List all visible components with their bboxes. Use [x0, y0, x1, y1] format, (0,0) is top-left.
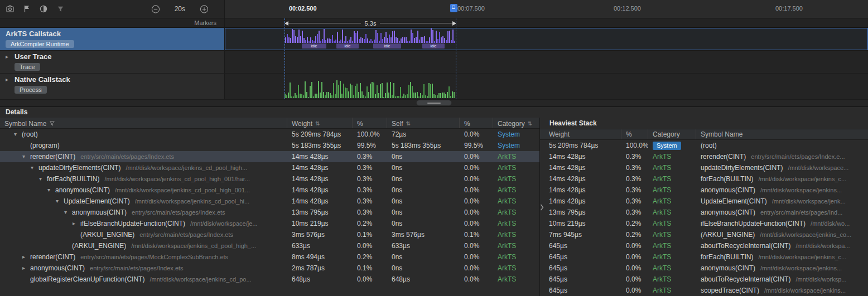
sort-icon[interactable]: ⇅ — [406, 120, 411, 127]
weight-cell: 645µs — [540, 274, 621, 285]
symbol-table-row[interactable]: ▸anonymous(CINT)entry/src/main/ets/pages… — [0, 263, 539, 274]
self-pct-cell: 0.0% — [460, 274, 493, 285]
zoom-in-button[interactable] — [200, 4, 209, 13]
symbol-table-row[interactable]: ▾anonymous(CINT)entry/src/main/ets/pages… — [0, 207, 539, 218]
sort-icon[interactable]: ⇅ — [528, 120, 532, 127]
track-badge: ArkCompiler Runtime — [6, 40, 74, 48]
sort-icon[interactable]: ⇅ — [315, 120, 320, 127]
symbol-table-row[interactable]: ▾updateDirtyElements(CINT)/mnt/disk/work… — [0, 162, 539, 173]
column-header-self-pct[interactable]: % — [460, 118, 493, 128]
column-header-self[interactable]: Self ⇅ — [387, 118, 460, 128]
collapse-arrow-icon[interactable]: ▾ — [64, 207, 72, 218]
weight-cell: 645µs — [540, 240, 621, 251]
collapse-arrow-icon[interactable]: ▾ — [47, 185, 55, 196]
track-header-user-trace[interactable]: ▸User TraceTrace — [0, 51, 225, 73]
symbol-path: /mnt/disk/workspace/jenkins... — [760, 185, 842, 196]
heaviest-stack-row[interactable]: 14ms 428µs0.3%ArkTSrerender(CINT)entry/s… — [540, 151, 868, 162]
heaviest-stack-row[interactable]: 645µs0.0%ArkTSaboutToRecycleInternal(CIN… — [540, 240, 868, 251]
record-icon[interactable] — [39, 4, 48, 13]
heaviest-stack-row[interactable]: 13ms 795µs0.3%ArkTSanonymous(CINT)entry/… — [540, 207, 868, 218]
collapse-arrow-icon[interactable]: ▾ — [39, 173, 47, 185]
filter-icon[interactable] — [56, 4, 65, 13]
weight-cell: 14ms 428µs — [287, 173, 353, 185]
heaviest-stack-row[interactable]: 14ms 428µs0.3%ArkTSUpdateElement(CINT)/m… — [540, 196, 868, 207]
symbol-name: anonymous(CINT) — [701, 263, 755, 274]
heaviest-stack-row[interactable]: 645µs0.0%ArkTSaboutToRecycleInternal(CIN… — [540, 274, 868, 285]
category-cell: ArkTS — [493, 162, 539, 173]
timeline-ruler[interactable]: 00:02.500 00:07.500 00:12.500 00:17.500 — [225, 0, 868, 18]
symbol-filter-icon[interactable] — [49, 120, 55, 127]
heaviest-stack-row[interactable]: 5s 209ms 784µs100.0%System(root) — [540, 140, 868, 151]
camera-icon[interactable] — [6, 4, 15, 13]
symbol-table-row[interactable]: globalRegisterCleanUpFunction(CINT)/mnt/… — [0, 274, 539, 285]
flag-icon[interactable] — [22, 4, 31, 13]
column-header-category[interactable]: Category — [648, 129, 696, 139]
symbol-table-row[interactable]: ▸rerender(CINT)entry/src/main/ets/pages/… — [0, 251, 539, 263]
category-label: ArkTS — [653, 231, 671, 239]
category-label: System — [498, 142, 520, 149]
column-header-weight-pct[interactable]: % — [353, 118, 387, 128]
column-header-weight[interactable]: Weight ⇅ — [287, 118, 353, 128]
expand-arrow-icon[interactable]: ▸ — [22, 263, 30, 274]
heaviest-stack-row[interactable]: 645µs0.0%ArkTSforEach(BUILTIN)/mnt/disk/… — [540, 251, 868, 263]
track-header-arkts-callstack[interactable]: ArkTS CallstackArkCompiler Runtime — [0, 28, 225, 50]
expand-arrow-icon[interactable]: ▸ — [6, 75, 12, 84]
heaviest-stack-row[interactable]: 14ms 428µs0.3%ArkTSforEach(BUILTIN)/mnt/… — [540, 173, 868, 185]
collapse-arrow-icon[interactable]: ▾ — [31, 162, 38, 173]
timeline-drag-handle[interactable] — [416, 100, 452, 106]
heaviest-stack-row[interactable]: 645µs0.0%ArkTSanonymous(CINT)/mnt/disk/w… — [540, 263, 868, 274]
symbol-table-row[interactable]: ▾rerender(CINT)entry/src/main/ets/pages/… — [0, 151, 539, 162]
track-header-native-callstack[interactable]: ▸Native CallstackProcess — [0, 74, 225, 99]
bookmark-marker-icon[interactable] — [450, 4, 457, 12]
weight-cell: 10ms 219µs — [287, 218, 353, 229]
column-header-category[interactable]: Category ⇅ — [493, 118, 539, 128]
weight-pct-cell: 0.0% — [353, 274, 387, 285]
column-header-pct[interactable]: % — [621, 129, 648, 139]
heaviest-stack-row[interactable]: 645µs0.0%ArkTSscopedTrace(CINT)/mnt/disk… — [540, 285, 868, 296]
symbol-table-row[interactable]: ▾UpdateElement(CINT)/mnt/disk/workspace/… — [0, 196, 539, 207]
symbol-name: scopedTrace(CINT) — [701, 285, 759, 296]
symbol-name: anonymous(CINT) — [701, 185, 755, 196]
heaviest-stack-row[interactable]: 14ms 428µs0.3%ArkTSupdateDirtyElements(C… — [540, 162, 868, 173]
collapse-arrow-icon[interactable]: ▾ — [14, 129, 22, 140]
symbol-table-row[interactable]: ▾anonymous(CINT)/mnt/disk/workspace/jenk… — [0, 185, 539, 196]
column-header-symbol-name[interactable]: Symbol Name — [696, 129, 868, 139]
symbol-table-row[interactable]: (ARKUI_ENGINE)entry/src/main/ets/pages/I… — [0, 229, 539, 240]
self-cell: 5s 183ms 355µs — [387, 140, 460, 151]
expand-arrow-icon[interactable]: ▸ — [6, 52, 12, 61]
collapse-arrow-icon[interactable]: ▾ — [56, 196, 64, 207]
collapse-arrow-icon[interactable]: ▾ — [22, 151, 30, 162]
panel-collapse-handle[interactable] — [539, 197, 544, 217]
category-cell: ArkTS — [648, 162, 696, 173]
symbol-path: /mnt/disk/workspace/jenkins_c... — [758, 173, 846, 185]
expand-arrow-icon[interactable]: ▸ — [22, 251, 30, 263]
column-header-weight[interactable]: Weight — [540, 129, 621, 139]
symbol-cell: ▾anonymous(CINT)entry/src/main/ets/pages… — [0, 207, 287, 218]
category-label: ArkTS — [498, 220, 516, 227]
selection-overlay[interactable] — [284, 18, 456, 99]
category-cell: ArkTS — [648, 251, 696, 263]
symbol-table-row[interactable]: ▾forEach(BUILTIN)/mnt/disk/workspace/jen… — [0, 173, 539, 185]
heaviest-stack-row[interactable]: 14ms 428µs0.3%ArkTSanonymous(CINT)/mnt/d… — [540, 185, 868, 196]
heaviest-stack-row[interactable]: 10ms 219µs0.2%ArkTSifElseBranchUpdateFun… — [540, 218, 868, 229]
symbol-cell: ▾forEach(BUILTIN)/mnt/disk/workspace/jen… — [0, 173, 287, 185]
symbol-table-row[interactable]: ▾(root)5s 209ms 784µs100.0%72µs0.0%Syste… — [0, 129, 539, 140]
symbol-table-row[interactable]: (program)5s 183ms 355µs99.5%5s 183ms 355… — [0, 140, 539, 151]
weight-cell: 14ms 428µs — [540, 196, 621, 207]
zoom-out-button[interactable] — [151, 4, 160, 13]
heaviest-stack-row[interactable]: 7ms 945µs0.2%ArkTS(ARKUI_ENGINE)/mnt/dis… — [540, 229, 868, 240]
symbol-table-row[interactable]: (ARKUI_ENGINE)/mnt/disk/workspace/jenkin… — [0, 240, 539, 251]
column-header-symbol-name[interactable]: Symbol Name — [0, 118, 287, 128]
timeline-panel: 20s 00:02.500 00:07.500 00:12.500 00:17.… — [0, 0, 868, 106]
category-cell: ArkTS — [493, 229, 539, 240]
symbol-cell: (ARKUI_ENGINE)/mnt/disk/workspace/jenkin… — [696, 229, 868, 240]
symbol-cell: forEach(BUILTIN)/mnt/disk/workspace/jenk… — [696, 251, 868, 263]
pct-cell: 0.0% — [621, 251, 648, 263]
category-label: ArkTS — [498, 175, 516, 183]
self-pct-cell: 0.0% — [460, 151, 493, 162]
symbol-name: (root) — [22, 129, 38, 140]
symbol-cell: updateDirtyElements(CINT)/mnt/disk/works… — [696, 162, 868, 173]
expand-arrow-icon[interactable]: ▸ — [73, 218, 80, 229]
symbol-cell: ▾rerender(CINT)entry/src/main/ets/pages/… — [0, 151, 287, 162]
symbol-table-row[interactable]: ▸ifElseBranchUpdateFunction(CINT)/mnt/di… — [0, 218, 539, 229]
